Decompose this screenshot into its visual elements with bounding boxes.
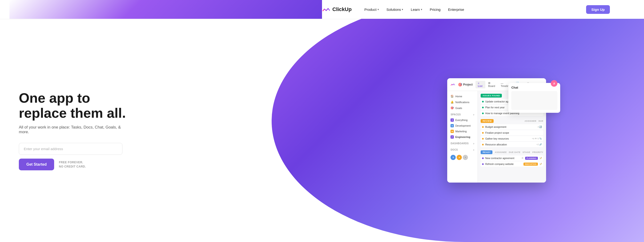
docs-chevron-icon: ›	[473, 148, 474, 151]
goals-icon: 🎯	[450, 107, 454, 110]
task-item: Gather key resources +4 👁 5 📎	[481, 136, 543, 141]
docs-label: Docs ›	[447, 146, 478, 152]
nav-item-learn[interactable]: Learn ▾	[408, 6, 425, 13]
task-group-header-review: REVIEW ASSIGNEE DUE	[481, 119, 543, 123]
project-label: Project	[463, 83, 473, 86]
everything-space-dot: ✦	[450, 119, 454, 122]
sidebar-item-notifications[interactable]: 🔔 Notifications	[447, 99, 478, 105]
sidebar-item-development[interactable]: D Development	[447, 123, 478, 128]
task-dot	[482, 157, 484, 159]
sidebar-avatars: S A •	[447, 152, 478, 162]
dashboards-label: Dashboards ›	[447, 140, 478, 146]
contact-sales-button[interactable]: Contact Sales	[552, 6, 583, 13]
nav-links: Product ▾ Solutions ▾ Learn ▾ Pricing En…	[361, 6, 552, 13]
status-badge-ready: READY	[481, 150, 492, 154]
app-sidebar: 🏠 Home 🔔 Notifications 🎯 Goals Spa	[447, 91, 478, 183]
hero-heading: One app to replace them all.	[19, 91, 336, 121]
sidebar-item-everything[interactable]: ✦ Everything	[447, 117, 478, 123]
task-item: Budget assignment 3 🔄	[481, 124, 543, 129]
app-logo-small	[450, 82, 455, 87]
cta-row: Get Started FREE FOREVER. NO CREDIT CARD…	[19, 159, 122, 170]
task-dot	[482, 113, 484, 114]
avatar-s: S	[450, 155, 456, 160]
status-badge-issues: ISSUES FOUND	[481, 94, 502, 98]
hero-subtext: All of your work in one place: Tasks, Do…	[19, 125, 132, 134]
logo-text: ClickUp	[332, 6, 352, 12]
navbar-gradient	[10, 0, 322, 19]
spaces-label: Spaces ›	[447, 111, 478, 117]
sidebar-item-goals[interactable]: 🎯 Goals	[447, 105, 478, 111]
avatar-2: A	[457, 155, 462, 160]
task-dot	[482, 101, 484, 103]
navbar: ClickUp Product ▾ Solutions ▾ Learn ▾ Pr…	[0, 0, 644, 19]
email-input[interactable]	[19, 143, 122, 155]
hero-right: 🎯 Project ≡ List ⊞ Board — Timeline 📄 Do…	[354, 74, 644, 187]
nav-item-pricing[interactable]: Pricing	[426, 6, 444, 13]
bell-icon: 🔔	[450, 101, 454, 104]
logo[interactable]: ClickUp	[322, 5, 352, 14]
chat-content-placeholder	[511, 91, 558, 110]
nav-item-solutions[interactable]: Solutions ▾	[383, 6, 407, 13]
task-dot	[482, 138, 484, 139]
chevron-down-icon: ▾	[378, 8, 379, 11]
task-dot	[482, 163, 484, 165]
sidebar-item-home[interactable]: 🏠 Home	[447, 93, 478, 99]
tab-list[interactable]: ≡ List	[476, 81, 485, 88]
email-form: Get Started FREE FOREVER. NO CREDIT CARD…	[19, 143, 122, 170]
development-space-dot: D	[450, 124, 454, 127]
spaces-chevron-icon[interactable]: ›	[473, 113, 474, 116]
sidebar-item-marketing[interactable]: M Marketing	[447, 128, 478, 134]
marketing-space-dot: M	[450, 130, 454, 133]
tab-board[interactable]: ⊞ Board	[486, 81, 498, 88]
signup-button[interactable]: Sign Up	[586, 5, 610, 14]
nav-right: Contact Sales Sign Up Log in	[552, 5, 634, 14]
task-item: Resource allocation +2 🔗	[481, 142, 543, 147]
chat-overlay: # Chat	[508, 83, 560, 113]
dashboards-chevron-icon: ›	[473, 142, 474, 145]
nav-item-enterprise[interactable]: Enterprise	[445, 6, 468, 13]
task-item: Finalize project scope	[481, 130, 543, 135]
nav-item-product[interactable]: Product ▾	[361, 6, 382, 13]
login-button[interactable]: Log in	[613, 5, 634, 14]
task-item: New contractor agreement 🗓 PLANNING 📝	[481, 155, 543, 161]
engineering-space-dot: P	[450, 135, 454, 139]
free-forever-text: FREE FOREVER. NO CREDIT CARD.	[59, 160, 86, 169]
sidebar-item-engineering[interactable]: P Engineering	[447, 134, 478, 140]
task-dot	[482, 107, 484, 108]
home-icon: 🏠	[450, 95, 454, 98]
chevron-down-icon: ▾	[402, 8, 403, 11]
hero-section: One app to replace them all. All of your…	[0, 19, 644, 242]
chat-title: Chat	[511, 86, 558, 89]
task-dot	[482, 132, 484, 134]
chevron-down-icon: ▾	[421, 8, 422, 11]
task-dot	[482, 126, 484, 128]
avatar-dots: •	[463, 155, 468, 160]
clickup-logo-icon	[322, 5, 330, 14]
get-started-button[interactable]: Get Started	[19, 159, 54, 170]
hero-left: One app to replace them all. All of your…	[0, 76, 354, 185]
task-group-ready: READY ASSIGNEE DUE DATE STAGE PRIORITY N…	[481, 150, 543, 167]
status-badge-review: REVIEW	[481, 119, 494, 123]
task-dot	[482, 144, 484, 145]
task-item: Refresh company website INNOVATION 📝	[481, 161, 543, 167]
task-group-header-ready: READY ASSIGNEE DUE DATE STAGE PRIORITY	[481, 150, 543, 154]
task-group-review: REVIEW ASSIGNEE DUE Budget assignment 3 …	[481, 119, 543, 147]
